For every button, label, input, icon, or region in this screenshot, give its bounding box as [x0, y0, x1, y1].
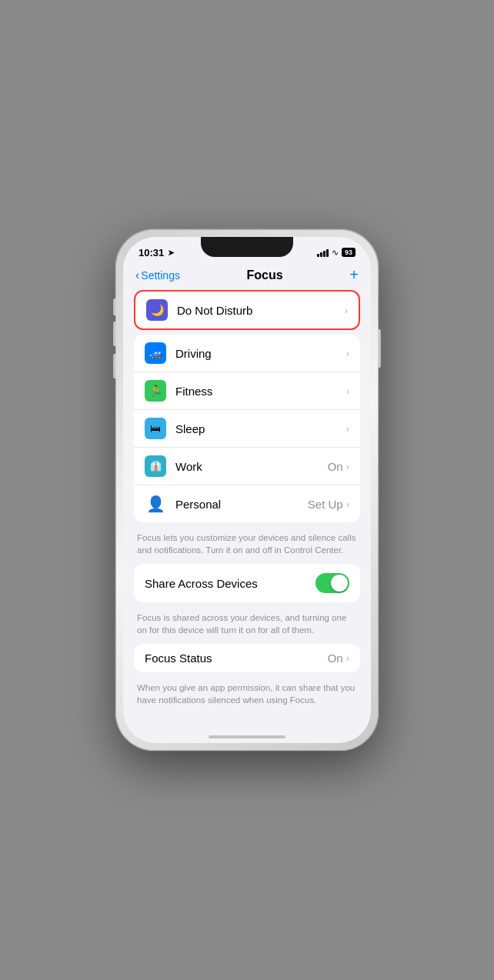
- back-label: Settings: [141, 269, 180, 282]
- signal-bar-4: [326, 249, 329, 257]
- share-across-devices-label: Share Across Devices: [145, 577, 258, 590]
- sleep-icon: 🛏: [145, 418, 166, 439]
- work-icon: 👔: [145, 455, 166, 477]
- driving-label: Driving: [175, 347, 346, 360]
- personal-item[interactable]: 👤 Personal Set Up ›: [134, 485, 360, 522]
- nav-bar: ‹ Settings Focus +: [123, 265, 371, 290]
- driving-icon: 🚙: [145, 342, 166, 364]
- phone-frame: 10:31 ➤ ∿ 93 ‹ Settings Focus +: [115, 229, 379, 751]
- wifi-icon: ∿: [332, 248, 339, 258]
- phone-screen: 10:31 ➤ ∿ 93 ‹ Settings Focus +: [123, 237, 371, 743]
- chevron-left-icon: ‹: [135, 268, 139, 282]
- focus-status-description: When you give an app permission, it can …: [134, 677, 360, 714]
- chevron-right-icon: ›: [346, 385, 349, 397]
- focus-status-value: On: [328, 652, 343, 665]
- share-across-devices-section: Share Across Devices: [134, 564, 360, 602]
- silent-switch[interactable]: [113, 298, 116, 315]
- notch: [201, 237, 293, 257]
- home-indicator[interactable]: [209, 735, 285, 738]
- time-label: 10:31: [139, 247, 164, 258]
- personal-icon: 👤: [145, 493, 166, 515]
- work-value: On: [328, 460, 343, 473]
- chevron-right-icon: ›: [345, 305, 348, 316]
- focus-status-section: Focus Status On ›: [134, 644, 360, 672]
- sleep-label: Sleep: [175, 422, 346, 435]
- fitness-label: Fitness: [175, 385, 346, 398]
- do-not-disturb-item[interactable]: 🌙 Do Not Disturb ›: [135, 292, 359, 328]
- do-not-disturb-label: Do Not Disturb: [177, 304, 345, 317]
- back-button[interactable]: ‹ Settings: [135, 268, 180, 282]
- volume-up-button[interactable]: [113, 322, 116, 346]
- share-across-devices-row[interactable]: Share Across Devices: [134, 564, 360, 602]
- personal-value: Set Up: [308, 498, 343, 511]
- volume-down-button[interactable]: [113, 354, 116, 378]
- status-time: 10:31 ➤: [139, 247, 174, 258]
- do-not-disturb-section[interactable]: 🌙 Do Not Disturb ›: [134, 290, 360, 330]
- status-icons: ∿ 93: [317, 248, 355, 258]
- toggle-knob: [331, 575, 348, 592]
- power-button[interactable]: [378, 329, 381, 368]
- page-title: Focus: [247, 268, 283, 282]
- personal-label: Personal: [175, 498, 308, 511]
- signal-bar-3: [323, 251, 325, 257]
- signal-icon: [317, 248, 329, 257]
- content-area: 🌙 Do Not Disturb › 🚙 Driving ›: [123, 290, 371, 735]
- work-item[interactable]: 👔 Work On ›: [134, 448, 360, 485]
- focus-status-label: Focus Status: [145, 652, 328, 665]
- signal-bar-1: [317, 254, 319, 257]
- sleep-item[interactable]: 🛏 Sleep ›: [134, 410, 360, 448]
- chevron-right-icon: ›: [346, 423, 349, 435]
- chevron-right-icon: ›: [346, 348, 349, 359]
- add-button[interactable]: +: [349, 266, 359, 284]
- focus-description: Focus lets you customize your devices an…: [134, 527, 360, 564]
- share-across-devices-description: Focus is shared across your devices, and…: [134, 607, 360, 644]
- focus-list: 🚙 Driving › 🏃 Fitness › 🛏: [134, 335, 360, 522]
- battery-label: 93: [342, 248, 355, 257]
- focus-status-item[interactable]: Focus Status On ›: [134, 644, 360, 672]
- share-across-devices-toggle[interactable]: [315, 573, 349, 593]
- do-not-disturb-icon: 🌙: [146, 299, 168, 321]
- driving-item[interactable]: 🚙 Driving ›: [134, 335, 360, 372]
- fitness-item[interactable]: 🏃 Fitness ›: [134, 372, 360, 410]
- chevron-right-icon: ›: [346, 652, 349, 664]
- fitness-icon: 🏃: [145, 380, 166, 402]
- chevron-right-icon: ›: [346, 461, 349, 472]
- signal-bar-2: [320, 252, 322, 257]
- chevron-right-icon: ›: [346, 498, 349, 510]
- location-arrow-icon: ➤: [168, 248, 174, 257]
- work-label: Work: [175, 460, 328, 473]
